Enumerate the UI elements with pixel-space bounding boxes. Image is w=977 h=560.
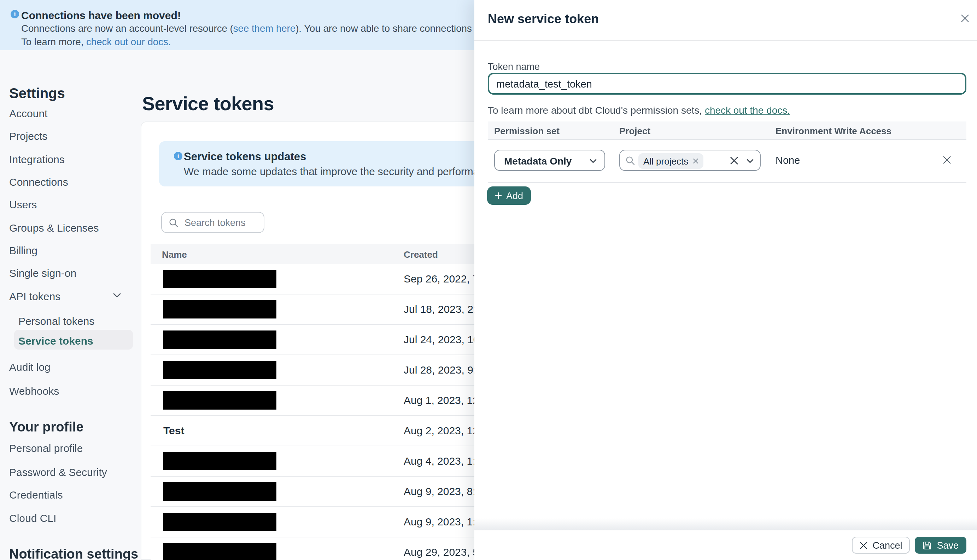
row-divider	[488, 182, 966, 183]
redacted-name	[163, 513, 276, 531]
dbt-cloud-settings-page: i Connections have been moved! Connectio…	[0, 0, 977, 560]
column-header-project: Project	[619, 126, 651, 136]
permission-set-select[interactable]: Metadata Only	[494, 150, 605, 171]
clear-selection-icon[interactable]	[729, 156, 739, 165]
sidebar-item-groups-licenses[interactable]: Groups & Licenses	[9, 222, 99, 234]
chevron-down-icon[interactable]	[113, 293, 121, 298]
page-title: Service tokens	[142, 93, 274, 115]
search-icon	[626, 156, 635, 165]
search-icon	[169, 218, 178, 227]
info-icon: i	[174, 152, 182, 160]
permission-set-value: Metadata Only	[504, 155, 572, 167]
redacted-name	[163, 391, 276, 410]
token-name: Test	[163, 424, 184, 437]
sidebar-item-service-tokens[interactable]: Service tokens	[18, 335, 93, 347]
sidebar-item-users[interactable]: Users	[9, 198, 37, 210]
info-icon: i	[11, 10, 19, 18]
close-icon[interactable]	[959, 13, 970, 24]
add-permission-button[interactable]: Add	[487, 187, 531, 205]
plus-icon	[495, 192, 502, 199]
chevron-down-icon[interactable]	[746, 159, 754, 163]
sidebar-item-integrations[interactable]: Integrations	[9, 153, 65, 165]
sidebar-item-cloud-cli[interactable]: Cloud CLI	[9, 512, 56, 524]
sidebar-item-credentials[interactable]: Credentials	[9, 489, 63, 501]
sidebar-item-single-sign-on[interactable]: Single sign-on	[9, 267, 76, 279]
chevron-down-icon	[590, 159, 597, 163]
sidebar-item-projects[interactable]: Projects	[9, 130, 47, 142]
project-chip: All projects	[638, 153, 703, 169]
environment-write-access-value: None	[776, 155, 800, 166]
remove-row-icon[interactable]	[941, 154, 953, 166]
sidebar-item-personal-profile[interactable]: Personal profile	[9, 442, 83, 454]
sidebar-item-account[interactable]: Account	[9, 107, 47, 119]
drawer-title: New service token	[488, 12, 599, 27]
redacted-name	[163, 361, 276, 379]
token-name-label: Token name	[488, 62, 540, 72]
redacted-name	[163, 482, 276, 501]
drawer-footer: Cancel Save	[474, 530, 977, 560]
sidebar-item-billing[interactable]: Billing	[9, 244, 37, 256]
search-input[interactable]	[183, 217, 262, 228]
save-button[interactable]: Save	[915, 537, 966, 553]
cancel-button[interactable]: Cancel	[852, 537, 910, 553]
banner-title: Connections have been moved!	[21, 9, 181, 21]
redacted-name	[163, 270, 276, 288]
redacted-name	[163, 300, 276, 318]
save-button-label: Save	[937, 540, 959, 550]
sidebar-notifications-title: Notification settings	[9, 547, 138, 560]
token-name-input[interactable]	[488, 73, 966, 95]
floppy-disk-icon	[923, 541, 932, 550]
banner-line-2: To learn more, check out our docs.	[21, 37, 171, 47]
column-header-permission-set: Permission set	[494, 126, 560, 136]
column-header-environment-write-access: Environment Write Access	[776, 126, 892, 136]
sidebar-item-audit-log[interactable]: Audit log	[9, 361, 50, 373]
sidebar-item-connections[interactable]: Connections	[9, 176, 68, 188]
chip-remove-icon[interactable]	[693, 158, 698, 164]
check-our-docs-link[interactable]: check out our docs.	[86, 37, 171, 47]
notice-title: Service tokens updates	[184, 150, 306, 163]
close-icon	[860, 541, 867, 549]
sidebar-title: Settings	[9, 85, 65, 102]
redacted-name	[163, 452, 276, 470]
redacted-name	[163, 543, 276, 560]
check-out-the-docs-link[interactable]: check out the docs.	[705, 105, 790, 116]
drawer-header: New service token	[474, 0, 977, 41]
sidebar-item-api-tokens[interactable]: API tokens	[9, 290, 60, 302]
column-header-created: Created	[404, 249, 438, 260]
search-tokens-box	[161, 212, 264, 233]
sidebar-item-password-security[interactable]: Password & Security	[9, 466, 107, 478]
add-button-label: Add	[506, 190, 523, 201]
permission-sets-help: To learn more about dbt Cloud's permissi…	[488, 105, 790, 116]
project-chip-label: All projects	[643, 156, 688, 166]
permissions-table-header: Permission set Project Environment Write…	[488, 122, 966, 140]
redacted-name	[163, 330, 276, 349]
sidebar-item-personal-tokens[interactable]: Personal tokens	[18, 315, 94, 327]
sidebar-profile-title: Your profile	[9, 420, 84, 435]
see-them-here-link[interactable]: see them here	[233, 23, 296, 34]
settings-sidebar: Settings Account Projects Integrations C…	[0, 50, 141, 560]
sidebar-item-webhooks[interactable]: Webhooks	[9, 385, 59, 397]
cancel-button-label: Cancel	[872, 540, 902, 550]
new-service-token-drawer: New service token Token name To learn mo…	[474, 0, 977, 560]
project-multiselect[interactable]: All projects	[619, 150, 761, 171]
column-header-name: Name	[162, 249, 187, 260]
